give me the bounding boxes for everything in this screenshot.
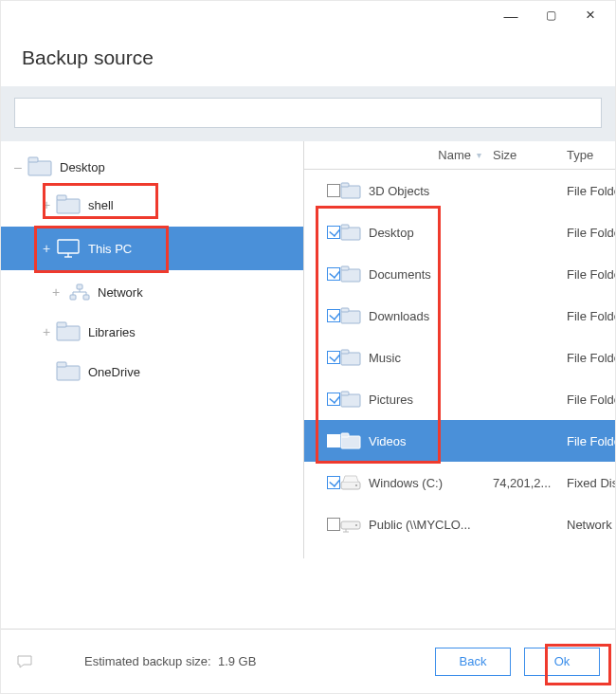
list-item[interactable]: MusicFile Folder <box>304 337 616 378</box>
expand-icon[interactable]: + <box>39 197 54 212</box>
item-name: Music <box>369 351 401 365</box>
search-input[interactable] <box>14 98 602 128</box>
close-button[interactable]: × <box>583 6 598 25</box>
minimize-button[interactable]: — <box>503 8 518 24</box>
expand-icon[interactable]: + <box>48 284 63 300</box>
svg-rect-13 <box>57 362 66 367</box>
svg-rect-8 <box>70 295 76 300</box>
svg-rect-15 <box>341 183 349 187</box>
list-item[interactable]: VideosFile Folder <box>304 420 616 462</box>
tree-node-network[interactable]: + Network <box>1 276 304 308</box>
tree-node-desktop[interactable]: – Desktop <box>1 151 304 183</box>
item-name: 3D Objects <box>369 184 429 198</box>
item-name: Pictures <box>369 393 413 407</box>
col-size[interactable]: Size <box>487 148 561 162</box>
svg-rect-0 <box>28 161 51 175</box>
svg-rect-19 <box>341 266 349 270</box>
checkbox[interactable] <box>327 434 340 447</box>
item-type: File Folder <box>561 226 616 240</box>
checkbox[interactable] <box>327 393 340 406</box>
folder-icon <box>340 224 361 241</box>
svg-rect-24 <box>341 394 360 407</box>
item-type: Network <box>561 518 616 532</box>
item-type: File Folder <box>561 184 616 198</box>
col-name[interactable]: Name ▾ <box>340 148 487 162</box>
list-item[interactable]: PicturesFile Folder <box>304 378 616 420</box>
item-name: Documents <box>369 267 431 282</box>
svg-point-29 <box>355 484 357 486</box>
expand-icon[interactable]: + <box>39 241 54 256</box>
svg-rect-21 <box>341 308 349 312</box>
svg-rect-25 <box>341 392 349 395</box>
tree-node-thispc[interactable]: + This PC <box>1 227 304 270</box>
folder-icon <box>340 307 361 324</box>
folder-icon <box>340 265 361 283</box>
tree-label: Libraries <box>88 325 136 339</box>
item-type: File Folder <box>561 309 616 323</box>
ok-button[interactable]: Ok <box>524 648 600 676</box>
item-type: File Folder <box>561 434 616 448</box>
expand-icon[interactable]: + <box>39 324 54 339</box>
svg-rect-18 <box>341 269 360 282</box>
netdrive-icon <box>340 516 361 533</box>
list-item[interactable]: DesktopFile Folder <box>304 211 616 253</box>
item-type: Fixed Disk <box>561 476 616 490</box>
file-list: Name ▾ Size Type 3D ObjectsFile FolderDe… <box>304 141 616 596</box>
svg-rect-23 <box>341 350 349 354</box>
checkbox[interactable] <box>327 184 340 197</box>
list-item[interactable]: DocumentsFile Folder <box>304 253 616 295</box>
item-type: File Folder <box>561 267 616 282</box>
list-item[interactable]: DownloadsFile Folder <box>304 295 616 337</box>
svg-rect-3 <box>57 195 66 200</box>
svg-rect-11 <box>57 322 66 327</box>
checkbox[interactable] <box>327 351 340 364</box>
speech-bubble-icon <box>16 654 33 669</box>
drive-icon <box>340 474 361 491</box>
checkbox[interactable] <box>327 518 340 531</box>
back-button[interactable]: Back <box>435 648 511 676</box>
checkbox[interactable] <box>327 226 340 239</box>
list-item[interactable]: Windows (C:)74,201,2...Fixed Disk <box>304 462 616 503</box>
checkbox[interactable] <box>327 476 340 489</box>
svg-rect-1 <box>28 157 38 162</box>
svg-rect-17 <box>341 225 349 228</box>
svg-point-31 <box>355 524 357 526</box>
folder-icon <box>340 432 361 449</box>
page-title: Backup source <box>1 29 615 86</box>
folder-icon <box>340 391 361 408</box>
col-type[interactable]: Type <box>561 148 616 162</box>
checkbox[interactable] <box>327 267 340 281</box>
svg-rect-26 <box>341 436 360 448</box>
folder-icon <box>340 349 361 366</box>
svg-rect-10 <box>57 326 80 340</box>
item-name: Downloads <box>369 309 429 323</box>
tree-label: shell <box>88 198 114 212</box>
item-type: File Folder <box>561 393 616 407</box>
svg-rect-7 <box>77 284 82 289</box>
tree-label: This PC <box>88 242 132 256</box>
footer: Estimated backup size: 1.9 GB Back Ok <box>1 629 615 693</box>
svg-rect-12 <box>57 366 80 380</box>
tree-node-shell[interactable]: + shell <box>1 189 304 221</box>
collapse-icon[interactable]: – <box>10 159 26 174</box>
tree-node-libraries[interactable]: + Libraries <box>1 316 304 348</box>
tree-node-onedrive[interactable]: + OneDrive <box>1 356 304 388</box>
maximize-button[interactable]: ▢ <box>543 9 558 22</box>
window-controls: — ▢ × <box>1 1 615 29</box>
folder-icon <box>56 361 81 382</box>
folder-tree: – Desktop + shell + This PC + Network + … <box>1 141 304 596</box>
svg-rect-9 <box>83 295 89 300</box>
folder-icon <box>340 182 361 199</box>
folder-icon <box>56 194 81 215</box>
checkbox[interactable] <box>327 309 340 322</box>
svg-rect-22 <box>341 353 360 365</box>
svg-rect-20 <box>341 311 360 323</box>
list-item[interactable]: Public (\\MYCLO...Network <box>304 503 616 545</box>
item-name: Desktop <box>369 226 414 240</box>
item-size: 74,201,2... <box>487 476 561 490</box>
folder-icon <box>56 321 81 342</box>
list-item[interactable]: 3D ObjectsFile Folder <box>304 170 616 211</box>
search-bar-wrap <box>1 86 615 141</box>
item-name: Videos <box>369 434 407 448</box>
folder-icon <box>27 156 52 177</box>
